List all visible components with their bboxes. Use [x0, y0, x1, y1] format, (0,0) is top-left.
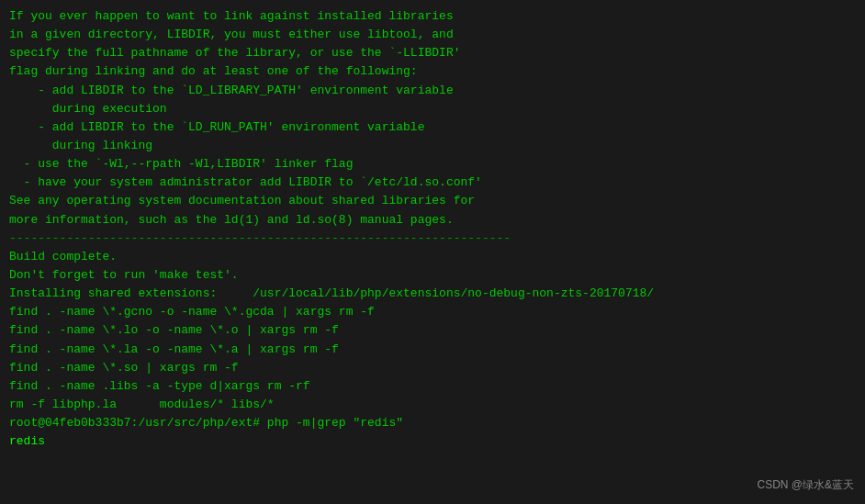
- terminal-line: See any operating system documentation a…: [9, 192, 856, 210]
- terminal-window: If you ever happen to want to link again…: [0, 0, 865, 504]
- terminal-line: Installing shared extensions: /usr/local…: [9, 285, 856, 303]
- terminal-line: find . -name .libs -a -type d|xargs rm -…: [9, 377, 856, 396]
- terminal-line: find . -name \*.lo -o -name \*.o | xargs…: [9, 321, 856, 340]
- terminal-line: flag during linking and do at least one …: [9, 62, 856, 81]
- terminal-line: during linking: [9, 137, 856, 155]
- terminal-line: more information, such as the ld(1) and …: [9, 211, 856, 230]
- terminal-output: If you ever happen to want to link again…: [9, 7, 856, 451]
- terminal-line: find . -name \*.gcno -o -name \*.gcda | …: [9, 303, 856, 321]
- terminal-line: Don't forget to run 'make test'.: [9, 266, 856, 285]
- terminal-line: If you ever happen to want to link again…: [9, 7, 856, 26]
- terminal-line: find . -name \*.so | xargs rm -f: [9, 359, 856, 377]
- terminal-line: Build complete.: [9, 248, 856, 266]
- terminal-line: find . -name \*.la -o -name \*.a | xargs…: [9, 341, 856, 359]
- terminal-line: rm -f libphp.la modules/* libs/*: [9, 396, 856, 414]
- terminal-line: in a given directory, LIBDIR, you must e…: [9, 26, 856, 44]
- terminal-line: root@04feb0b333b7:/usr/src/php/ext# php …: [9, 414, 856, 432]
- terminal-line: - have your system administrator add LIB…: [9, 174, 856, 192]
- terminal-line: - use the `-Wl,--rpath -Wl,LIBDIR' linke…: [9, 155, 856, 174]
- watermark: CSDN @绿水&蓝天: [757, 477, 854, 493]
- terminal-line: during execution: [9, 100, 856, 118]
- terminal-line: specify the full pathname of the library…: [9, 44, 856, 62]
- terminal-line: redis: [9, 432, 856, 451]
- terminal-line: - add LIBDIR to the `LD_LIBRARY_PATH' en…: [9, 82, 856, 100]
- terminal-line: - add LIBDIR to the `LD_RUN_PATH' enviro…: [9, 118, 856, 137]
- terminal-line: ----------------------------------------…: [9, 230, 856, 248]
